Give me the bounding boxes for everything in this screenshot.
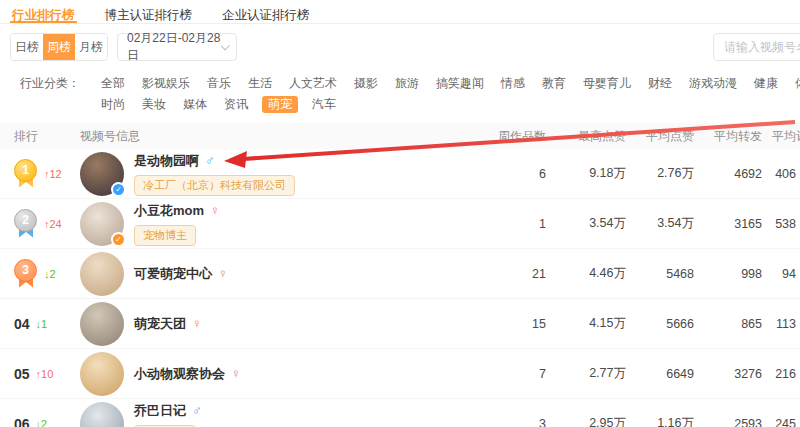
weekly-works-value: 3	[466, 417, 546, 427]
avg-shares-value: 865	[694, 317, 762, 331]
max-likes-value: 4.46万	[546, 265, 626, 282]
tab-blogger-certified-ranking[interactable]: 博主认证排行榜	[103, 7, 195, 23]
avg-shares-value: 998	[694, 267, 762, 281]
category-pets[interactable]: 萌宠	[262, 96, 298, 113]
max-likes-value: 2.95万	[546, 415, 626, 427]
avg-likes-value: 6649	[626, 367, 694, 381]
avg-shares-value: 4692	[694, 167, 762, 181]
category-photography[interactable]: 摄影	[351, 75, 381, 92]
table-row[interactable]: 06 ↓2 ✓ 乔巴日记 ♂ 宠物博主 3 2.95万 1.16万 2593	[0, 399, 800, 427]
rank-number: 06	[14, 416, 30, 427]
blogger-badge: 宠物博主	[134, 225, 196, 246]
header-avg-likes: 平均点赞	[626, 128, 694, 145]
account-name[interactable]: 乔巴日记	[134, 402, 186, 420]
category-funny[interactable]: 搞笑趣闻	[433, 75, 487, 92]
industry-ranking-page: 行业排行榜 博主认证排行榜 企业认证排行榜 日榜 周榜 月榜 02月22日-02…	[0, 0, 800, 427]
female-icon: ♀	[231, 367, 241, 380]
category-fashion[interactable]: 时尚	[98, 96, 128, 113]
category-life[interactable]: 生活	[245, 75, 275, 92]
category-film[interactable]: 影视娱乐	[139, 75, 193, 92]
weekly-works-value: 6	[466, 167, 546, 181]
avg-shares-value: 2593	[694, 417, 762, 427]
female-icon: ♀	[192, 317, 202, 330]
female-icon: ♀	[210, 204, 220, 217]
avatar[interactable]	[80, 352, 124, 396]
trend-down-indicator: ↓1	[36, 318, 48, 330]
max-likes-value: 9.18万	[546, 165, 626, 182]
avg-comments-value: 113	[762, 317, 800, 331]
max-likes-value: 4.15万	[546, 315, 626, 332]
tab-industry-ranking[interactable]: 行业排行榜	[10, 7, 77, 23]
avg-likes-value: 3.54万	[626, 215, 694, 232]
category-beauty[interactable]: 美妆	[139, 96, 169, 113]
ranking-table: 排行 视频号信息 周作品数 最高点赞 平均点赞 平均转发 平均评论 1 ↑12 …	[0, 123, 800, 427]
category-travel[interactable]: 旅游	[392, 75, 422, 92]
header-weekly-works: 周作品数	[466, 128, 546, 145]
account-name[interactable]: 萌宠天团	[134, 315, 186, 333]
period-daily-button[interactable]: 日榜	[11, 34, 43, 60]
header-account-info: 视频号信息	[80, 128, 466, 145]
weekly-works-value: 7	[466, 367, 546, 381]
category-sports[interactable]: 体育	[792, 75, 800, 92]
avatar[interactable]: ✓	[80, 152, 124, 196]
tab-enterprise-certified-ranking[interactable]: 企业认证排行榜	[220, 7, 312, 23]
category-all[interactable]: 全部	[98, 75, 128, 92]
header-rank: 排行	[0, 128, 80, 145]
weekly-works-value: 15	[466, 317, 546, 331]
verified-blue-icon: ✓	[111, 182, 126, 197]
filter-controls: 日榜 周榜 月榜 02月22日-02月28日	[10, 33, 800, 61]
male-icon: ♂	[192, 404, 202, 417]
category-art[interactable]: 人文艺术	[286, 75, 340, 92]
trend-down-indicator: ↓2	[44, 268, 56, 280]
avg-comments-value: 245	[762, 417, 800, 427]
trend-down-indicator: ↓2	[36, 418, 48, 427]
category-health[interactable]: 健康	[751, 75, 781, 92]
search-input[interactable]	[713, 33, 800, 61]
category-cars[interactable]: 汽车	[309, 96, 339, 113]
table-row[interactable]: 2 ↑24 ✓ 小豆花mom ♀ 宠物博主 1 3.54万 3.54万	[0, 199, 800, 249]
category-music[interactable]: 音乐	[204, 75, 234, 92]
avg-likes-value: 5666	[626, 317, 694, 331]
max-likes-value: 3.54万	[546, 215, 626, 232]
avatar[interactable]: ✓	[80, 202, 124, 246]
avg-likes-value: 1.16万	[626, 415, 694, 427]
account-name[interactable]: 小动物观察协会	[134, 365, 225, 383]
company-badge: 冷工厂（北京）科技有限公司	[134, 175, 295, 196]
period-monthly-button[interactable]: 月榜	[75, 34, 107, 60]
avg-comments-value: 406	[762, 167, 800, 181]
trend-up-indicator: ↑24	[44, 218, 62, 230]
male-icon: ♂	[205, 154, 215, 167]
table-row[interactable]: 3 ↓2 可爱萌宠中心 ♀ 21 4.46万 5468 998 94	[0, 249, 800, 299]
rank-number: 05	[14, 366, 30, 382]
period-weekly-button[interactable]: 周榜	[43, 34, 75, 60]
avatar[interactable]	[80, 302, 124, 346]
female-icon: ♀	[218, 267, 228, 280]
category-news[interactable]: 资讯	[221, 96, 251, 113]
account-name[interactable]: 是动物园啊	[134, 152, 199, 170]
bronze-medal-icon: 3	[14, 258, 38, 290]
table-row[interactable]: 1 ↑12 ✓ 是动物园啊 ♂ 冷工厂（北京）科技有限公司 6 9.18万 2.…	[0, 149, 800, 199]
date-range-select[interactable]: 02月22日-02月28日	[117, 33, 237, 61]
account-name[interactable]: 可爱萌宠中心	[134, 265, 212, 283]
avatar[interactable]: ✓	[80, 402, 124, 427]
table-row[interactable]: 04 ↓1 萌宠天团 ♀ 15 4.15万 5666 865 113	[0, 299, 800, 349]
category-label: 行业分类：	[20, 75, 80, 113]
chevron-down-icon	[221, 41, 230, 50]
header-avg-shares: 平均转发	[694, 128, 762, 145]
category-game-anime[interactable]: 游戏动漫	[686, 75, 740, 92]
avg-comments-value: 538	[762, 217, 800, 231]
rank-number: 04	[14, 316, 30, 332]
category-filter: 行业分类： 全部 影视娱乐 音乐 生活 人文艺术 摄影 旅游 搞笑趣闻 情感 教…	[20, 75, 800, 113]
avg-shares-value: 3165	[694, 217, 762, 231]
category-finance[interactable]: 财经	[645, 75, 675, 92]
category-emotion[interactable]: 情感	[498, 75, 528, 92]
account-name[interactable]: 小豆花mom	[134, 202, 204, 220]
category-education[interactable]: 教育	[539, 75, 569, 92]
category-parenting[interactable]: 母婴育儿	[580, 75, 634, 92]
trend-up-indicator: ↑10	[36, 368, 54, 380]
avg-comments-value: 94	[762, 267, 800, 281]
table-row[interactable]: 05 ↑10 小动物观察协会 ♀ 7 2.77万 6649 3276 216	[0, 349, 800, 399]
avatar[interactable]	[80, 252, 124, 296]
header-max-likes: 最高点赞	[546, 128, 626, 145]
category-media[interactable]: 媒体	[180, 96, 210, 113]
